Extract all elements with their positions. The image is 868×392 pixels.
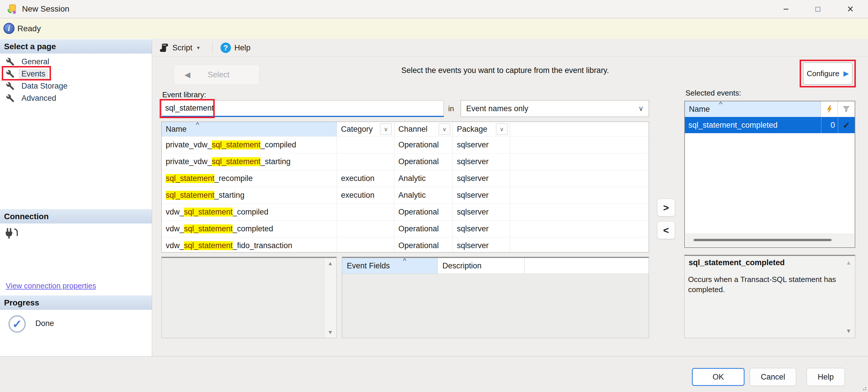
column-header-channel[interactable]: Channel ∨ (394, 122, 453, 136)
check-icon: ✓ (843, 120, 850, 130)
table-row[interactable]: private_vdw_sql_statement_starting Opera… (162, 153, 649, 170)
column-header-description[interactable]: Description (438, 258, 525, 273)
funnel-icon (842, 105, 850, 113)
dialog-footer: OK Cancel Help (0, 356, 868, 392)
move-left-icon: < (663, 225, 669, 236)
channel-cell: Operational (394, 237, 453, 253)
column-header-actions[interactable] (821, 101, 838, 117)
configure-button[interactable]: Configure ▶ (803, 63, 852, 85)
event-name-cell: private_vdw_sql_statement_compiled (162, 137, 337, 153)
connection-header: Connection (0, 209, 152, 224)
column-header-filter[interactable] (838, 101, 855, 117)
column-header-filler (525, 258, 649, 273)
table-row[interactable]: sql_statement_starting execution Analyti… (162, 187, 649, 203)
toolbar-help-button[interactable]: ? Help (218, 40, 253, 55)
event-description-body: Occurs when a Transact-SQL statement has… (688, 274, 839, 295)
category-cell (337, 154, 394, 170)
lightning-icon (826, 105, 833, 113)
close-icon: × (847, 3, 854, 15)
view-connection-properties-link[interactable]: View connection properties (6, 282, 96, 290)
dialog-body: Select a page General Events Data Storag… (0, 39, 868, 356)
channel-filter-dropdown[interactable]: ∨ (439, 123, 450, 135)
event-search-input[interactable] (161, 100, 444, 117)
cancel-button[interactable]: Cancel (750, 368, 796, 386)
remove-event-button[interactable]: < (657, 221, 675, 239)
sidebar-item-advanced[interactable]: Advanced (0, 92, 152, 104)
event-name-cell: vdw_sql_statement_compiled (162, 204, 337, 220)
column-header-name[interactable]: Name ^ (685, 101, 821, 117)
event-description-panel: sql_statement_completed Occurs when a Tr… (684, 255, 855, 338)
scroll-down-icon[interactable]: ▼ (846, 328, 851, 334)
scrollbar-thumb[interactable] (693, 239, 832, 241)
status-bar: i Ready (0, 18, 868, 39)
vertical-scrollbar[interactable]: ▲ ▼ (324, 258, 336, 338)
script-dropdown-icon[interactable]: ▾ (197, 44, 199, 51)
sidebar-item-events[interactable]: Events (0, 68, 152, 80)
search-scope-dropdown[interactable]: Event names only ∨ (461, 100, 649, 117)
event-library-table: Name ^ Category ∨ Channel ∨ Package ∨ (161, 122, 649, 253)
selected-events-header: Name ^ (685, 101, 855, 117)
selected-event-check: ✓ (838, 117, 855, 133)
package-cell: sqlserver (453, 154, 510, 170)
table-row[interactable]: vdw_sql_statement_completed Operational … (162, 220, 649, 237)
selected-events-label: Selected events: (685, 89, 741, 98)
scroll-down-icon[interactable]: ▼ (324, 329, 336, 335)
select-step-button[interactable]: ◀ Select (174, 65, 259, 85)
app-icon (6, 3, 18, 14)
package-cell: sqlserver (453, 237, 510, 253)
script-button[interactable]: Script ▾ (156, 40, 203, 55)
minimize-button[interactable]: − (776, 0, 796, 18)
scroll-up-icon[interactable]: ▲ (846, 259, 851, 266)
sort-asc-icon: ^ (403, 257, 406, 265)
column-header-package[interactable]: Package ∨ (453, 122, 510, 136)
event-name-cell: vdw_sql_statement_fido_transaction (162, 237, 337, 253)
sort-asc-icon: ^ (196, 122, 199, 129)
scroll-up-icon[interactable]: ▲ (324, 260, 336, 267)
maximize-button[interactable]: □ (808, 0, 828, 18)
channel-cell: Operational (394, 154, 453, 170)
maximize-icon: □ (815, 5, 820, 13)
column-header-name[interactable]: Name ^ (162, 122, 337, 136)
horizontal-scrollbar[interactable] (685, 233, 854, 247)
table-row[interactable]: sql_statement_recompile execution Analyt… (162, 170, 649, 187)
selected-event-count: 0 (821, 117, 838, 133)
table-row[interactable]: private_vdw_sql_statement_compiled Opera… (162, 136, 649, 153)
sidebar-item-data-storage[interactable]: Data Storage (0, 80, 152, 92)
selected-event-row[interactable]: sql_statement_completed 0 ✓ (685, 117, 855, 133)
package-cell: sqlserver (453, 221, 510, 237)
instruction-text: Select the events you want to capture fr… (401, 66, 609, 75)
sidebar-item-general[interactable]: General (0, 56, 152, 68)
sidebar-item-label: Advanced (19, 93, 59, 103)
category-filter-dropdown[interactable]: ∨ (380, 123, 392, 135)
search-scope-value: Event names only (466, 104, 528, 113)
column-header-category[interactable]: Category ∨ (337, 122, 394, 136)
selected-events-table: Name ^ sql_statement_completed 0 ✓ (684, 101, 855, 248)
category-cell: execution (337, 170, 394, 187)
sidebar-item-label: Data Storage (19, 81, 70, 91)
event-description-title: sql_statement_completed (689, 258, 785, 267)
add-event-button[interactable]: > (657, 199, 675, 217)
status-text: Ready (18, 18, 41, 39)
table-row[interactable]: vdw_sql_statement_compiled Operational s… (162, 203, 649, 220)
close-button[interactable]: × (840, 0, 861, 18)
selected-event-name: sql_statement_completed (685, 117, 821, 133)
channel-cell: Analytic (394, 170, 453, 187)
sort-asc-icon: ^ (719, 101, 722, 108)
package-filter-dropdown[interactable]: ∨ (496, 123, 507, 135)
toolbar: Script ▾ ? Help (152, 39, 868, 57)
event-fields-header: Event Fields ^ Description (342, 258, 649, 274)
help-button[interactable]: Help (807, 368, 845, 386)
package-cell: sqlserver (453, 137, 510, 153)
table-row[interactable]: vdw_sql_statement_fido_transaction Opera… (162, 237, 649, 253)
category-cell (337, 137, 394, 153)
window-title: New Session (22, 0, 69, 18)
event-name-cell: private_vdw_sql_statement_starting (162, 154, 337, 170)
in-label: in (448, 100, 454, 117)
select-step-label: Select (208, 70, 229, 79)
resize-grip[interactable] (862, 386, 867, 391)
ok-button[interactable]: OK (692, 368, 745, 386)
column-header-event-fields[interactable]: Event Fields ^ (342, 258, 438, 273)
event-name-cell: vdw_sql_statement_completed (162, 221, 337, 237)
sidebar-item-label: Events (19, 69, 49, 79)
help-icon: ? (220, 42, 231, 53)
